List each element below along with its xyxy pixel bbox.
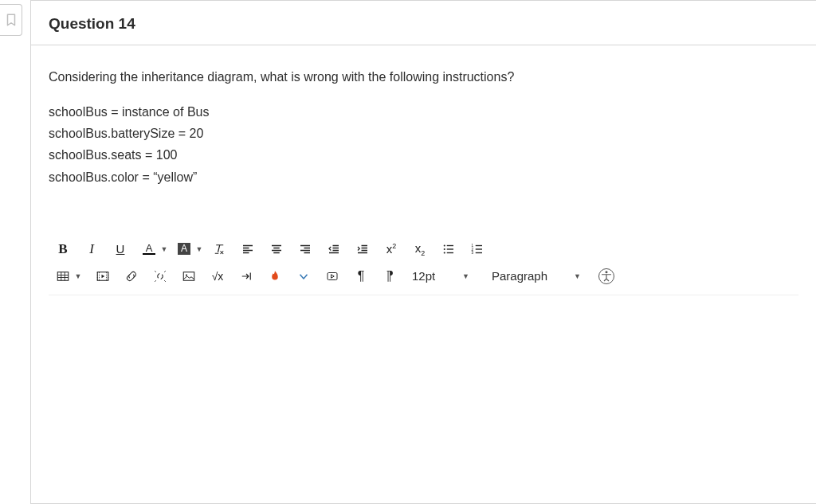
superscript-button[interactable]: x2 xyxy=(377,237,406,261)
text-color-dropdown[interactable]: ▼ xyxy=(159,237,170,261)
subscript-icon: x2 xyxy=(415,241,426,257)
kaltura-button[interactable] xyxy=(261,264,289,288)
svg-point-2 xyxy=(444,252,445,253)
accessibility-icon xyxy=(598,268,614,284)
code-line: schoolBus = instance of Bus xyxy=(49,101,798,123)
pilcrow-rtl-icon: ¶ xyxy=(386,269,394,283)
font-size-value: 12pt xyxy=(412,269,435,283)
rtl-button[interactable]: ¶ xyxy=(375,264,404,288)
editor-content-area[interactable] xyxy=(49,295,798,430)
bold-button[interactable]: B xyxy=(49,237,77,261)
image-button[interactable] xyxy=(175,264,203,288)
svg-point-11 xyxy=(606,271,608,273)
accessibility-button[interactable] xyxy=(592,264,621,288)
svg-point-1 xyxy=(444,248,445,250)
question-card: Question 14 Considering the inheritance … xyxy=(30,0,816,504)
image-icon xyxy=(182,269,196,283)
chevron-down-icon: ▼ xyxy=(574,272,581,280)
text-color-icon: A xyxy=(143,243,155,255)
link-button[interactable] xyxy=(117,264,146,288)
flame-icon xyxy=(268,269,282,283)
align-center-icon xyxy=(269,242,284,256)
outdent-icon xyxy=(327,242,341,256)
align-left-icon xyxy=(241,242,255,256)
bullet-list-button[interactable] xyxy=(434,237,463,261)
highlight-dropdown[interactable]: ▼ xyxy=(194,237,205,261)
rich-text-editor: B I U A ▼ A ▼ xyxy=(49,236,798,430)
pilcrow-ltr-icon: ¶ xyxy=(358,269,365,283)
svg-text:3: 3 xyxy=(472,251,474,255)
arrow-insert-icon xyxy=(239,269,253,283)
indent-icon xyxy=(355,242,370,256)
code-line: schoolBus.color = “yellow” xyxy=(49,166,798,188)
chevron-down-button[interactable] xyxy=(289,264,318,288)
block-format-value: Paragraph xyxy=(492,269,547,283)
font-size-select[interactable]: 12pt ▼ xyxy=(404,264,476,288)
clear-format-icon xyxy=(212,242,226,256)
align-right-icon xyxy=(298,242,312,256)
question-header: Question 14 xyxy=(31,1,816,45)
underline-button[interactable]: U xyxy=(106,237,135,261)
link-icon xyxy=(124,269,139,283)
insert-button[interactable] xyxy=(232,264,261,288)
svg-rect-6 xyxy=(57,272,69,281)
question-body: Considering the inheritance diagram, wha… xyxy=(31,45,816,196)
numbered-list-button[interactable]: 1 2 3 xyxy=(463,237,492,261)
superscript-icon: x2 xyxy=(386,242,397,256)
unlink-button[interactable] xyxy=(146,264,175,288)
question-prompt: Considering the inheritance diagram, wha… xyxy=(49,68,798,87)
flag-question-button[interactable] xyxy=(0,4,22,36)
embed-media-button[interactable] xyxy=(88,264,117,288)
bookmark-icon xyxy=(4,11,18,29)
svg-rect-10 xyxy=(328,272,337,279)
align-right-button[interactable] xyxy=(291,237,320,261)
play-icon xyxy=(325,269,339,283)
svg-point-0 xyxy=(444,244,445,246)
toolbar-row-2: ▼ xyxy=(49,263,798,290)
code-line: schoolBus.batterySize = 20 xyxy=(49,123,798,144)
chevron-down-icon: ▼ xyxy=(462,272,469,280)
equation-button[interactable]: √x xyxy=(203,264,232,288)
clear-formatting-button[interactable] xyxy=(205,237,233,261)
sqrt-icon: √x xyxy=(212,270,224,283)
media-icon xyxy=(96,269,110,283)
chevron-down-icon xyxy=(296,269,311,283)
code-line: schoolBus.seats = 100 xyxy=(49,144,798,166)
subscript-button[interactable]: x2 xyxy=(406,237,434,261)
unlink-icon xyxy=(153,269,167,283)
highlight-icon: A xyxy=(178,243,190,255)
block-format-select[interactable]: Paragraph ▼ xyxy=(484,264,587,288)
numbered-list-icon: 1 2 3 xyxy=(470,242,484,256)
svg-rect-8 xyxy=(183,272,194,281)
align-center-button[interactable] xyxy=(262,237,291,261)
italic-button[interactable]: I xyxy=(77,237,106,261)
table-dropdown[interactable]: ▼ xyxy=(73,264,84,288)
play-button[interactable] xyxy=(318,264,347,288)
indent-button[interactable] xyxy=(348,237,377,261)
align-left-button[interactable] xyxy=(233,237,262,261)
toolbar-row-1: B I U A ▼ A ▼ xyxy=(49,236,798,263)
svg-point-9 xyxy=(186,274,187,275)
table-icon xyxy=(56,269,70,283)
bullet-list-icon xyxy=(441,242,456,256)
outdent-button[interactable] xyxy=(320,237,348,261)
question-title: Question 14 xyxy=(49,15,135,32)
ltr-button[interactable]: ¶ xyxy=(347,264,375,288)
